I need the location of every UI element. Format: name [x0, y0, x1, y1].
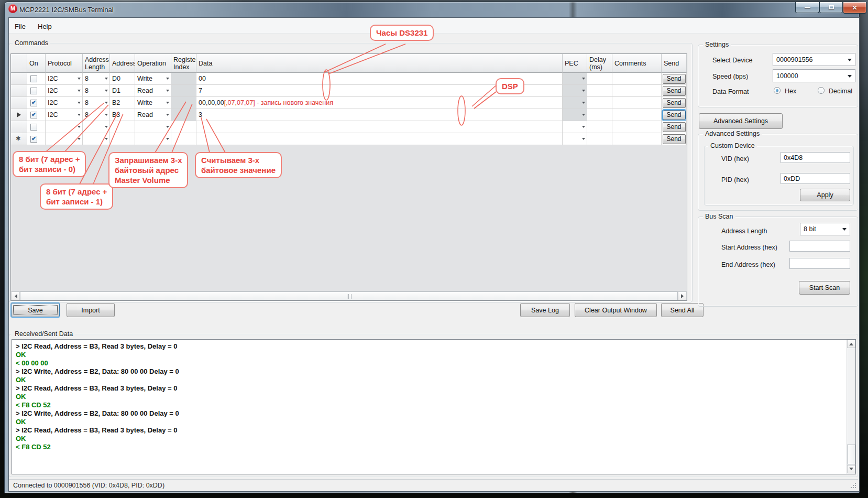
- dropdown-arrow-icon[interactable]: [105, 114, 108, 117]
- dropdown-arrow-icon[interactable]: [166, 90, 169, 93]
- resize-grip-icon[interactable]: [850, 483, 856, 489]
- address-cell[interactable]: D0: [110, 73, 135, 85]
- header-data[interactable]: Data: [196, 54, 563, 73]
- on-checkbox[interactable]: [30, 136, 37, 143]
- operation-cell[interactable]: Write: [135, 73, 171, 85]
- delay-cell[interactable]: [587, 97, 612, 109]
- menu-file[interactable]: File: [15, 23, 26, 30]
- send-button[interactable]: Send: [663, 74, 686, 84]
- save-log-button[interactable]: Save Log: [520, 303, 570, 317]
- delay-cell[interactable]: [587, 109, 612, 121]
- dropdown-arrow-icon[interactable]: [78, 114, 81, 117]
- scroll-right-button[interactable]: [678, 291, 687, 300]
- address-cell[interactable]: [110, 121, 135, 133]
- comments-cell[interactable]: [612, 73, 662, 85]
- on-checkbox[interactable]: [30, 100, 37, 106]
- on-checkbox[interactable]: [30, 124, 37, 131]
- operation-cell[interactable]: Read: [135, 109, 171, 121]
- row-selector[interactable]: [11, 85, 27, 97]
- minimize-button[interactable]: [795, 2, 819, 13]
- dropdown-arrow-icon[interactable]: [582, 90, 585, 93]
- operation-cell[interactable]: Read: [135, 85, 171, 97]
- data-cell[interactable]: 00,00,00[,07,07,07] - запись нового знач…: [196, 97, 563, 109]
- pec-cell[interactable]: [563, 109, 587, 121]
- dropdown-arrow-icon[interactable]: [166, 102, 169, 105]
- scroll-down-button[interactable]: [847, 465, 855, 473]
- header-protocol[interactable]: Protocol: [46, 54, 83, 73]
- address-cell[interactable]: D1: [110, 85, 135, 97]
- decimal-radio[interactable]: [818, 87, 825, 94]
- protocol-cell[interactable]: [46, 133, 83, 145]
- delay-cell[interactable]: [587, 85, 612, 97]
- send-button[interactable]: Send: [663, 134, 686, 144]
- dropdown-arrow-icon[interactable]: [166, 114, 169, 117]
- send-button[interactable]: Send: [663, 110, 686, 120]
- address-cell[interactable]: [110, 133, 135, 145]
- send-button[interactable]: Send: [663, 122, 686, 132]
- dropdown-arrow-icon[interactable]: [78, 102, 81, 105]
- header-on[interactable]: On: [27, 54, 46, 73]
- clear-output-window-button[interactable]: Clear Output Window: [575, 303, 657, 317]
- pid-input[interactable]: [781, 173, 850, 184]
- hex-radio-label[interactable]: Hex: [785, 88, 796, 95]
- scrollbar-thumb[interactable]: [847, 445, 855, 464]
- data-cell[interactable]: [196, 121, 563, 133]
- scrollbar-thumb[interactable]: [20, 291, 678, 300]
- on-checkbox[interactable]: [30, 112, 37, 118]
- operation-cell[interactable]: Write: [135, 97, 171, 109]
- header-address-length[interactable]: Address Length: [83, 54, 110, 73]
- apply-button[interactable]: Apply: [800, 189, 850, 201]
- protocol-cell[interactable]: I2C: [46, 85, 83, 97]
- dropdown-arrow-icon[interactable]: [582, 78, 585, 81]
- select-device-combo[interactable]: 0000901556: [773, 53, 855, 66]
- address-length-cell[interactable]: 8: [83, 85, 110, 97]
- advanced-settings-button[interactable]: Advanced Settings: [699, 113, 783, 129]
- scroll-up-button[interactable]: [847, 340, 855, 348]
- comments-cell[interactable]: [612, 97, 662, 109]
- send-button[interactable]: Send: [663, 86, 686, 96]
- header-pec[interactable]: PEC: [563, 54, 587, 73]
- row-selector[interactable]: [11, 121, 27, 133]
- dropdown-arrow-icon[interactable]: [105, 90, 108, 93]
- pec-cell[interactable]: [563, 133, 587, 145]
- dropdown-arrow-icon[interactable]: [105, 78, 108, 81]
- end-address-input[interactable]: [789, 258, 850, 269]
- protocol-cell[interactable]: [46, 121, 83, 133]
- dropdown-arrow-icon[interactable]: [105, 126, 108, 129]
- row-selector[interactable]: [11, 97, 27, 109]
- comments-cell[interactable]: [612, 133, 662, 145]
- close-button[interactable]: ✕: [843, 2, 866, 14]
- vid-input[interactable]: [781, 152, 850, 163]
- speed-combo[interactable]: 100000: [773, 69, 855, 82]
- address-length-cell[interactable]: 8: [83, 109, 110, 121]
- operation-cell[interactable]: [135, 121, 171, 133]
- dropdown-arrow-icon[interactable]: [105, 138, 108, 142]
- address-cell[interactable]: B3: [110, 109, 135, 121]
- hex-radio[interactable]: [774, 87, 781, 94]
- menu-help[interactable]: Help: [38, 23, 52, 30]
- header-comments[interactable]: Comments: [612, 54, 662, 73]
- maximize-button[interactable]: [819, 2, 843, 13]
- start-address-input[interactable]: [789, 241, 850, 252]
- delay-cell[interactable]: [587, 133, 612, 145]
- pec-cell[interactable]: [563, 121, 587, 133]
- dropdown-arrow-icon[interactable]: [78, 138, 81, 142]
- data-cell[interactable]: [196, 133, 563, 145]
- dropdown-arrow-icon[interactable]: [582, 138, 585, 142]
- row-selector[interactable]: [11, 73, 27, 85]
- comments-cell[interactable]: [612, 109, 662, 121]
- current-row-indicator-icon[interactable]: [11, 109, 27, 121]
- new-row-indicator-icon[interactable]: [11, 133, 27, 145]
- decimal-radio-label[interactable]: Decimal: [829, 88, 852, 95]
- save-button[interactable]: Save: [11, 303, 60, 317]
- pec-cell[interactable]: [563, 85, 587, 97]
- header-register-index[interactable]: Register Index: [171, 54, 196, 73]
- dropdown-arrow-icon[interactable]: [166, 78, 169, 81]
- protocol-cell[interactable]: I2C: [46, 97, 83, 109]
- send-all-button[interactable]: Send All: [661, 303, 704, 317]
- dropdown-arrow-icon[interactable]: [78, 78, 81, 81]
- scroll-left-button[interactable]: [11, 291, 20, 300]
- delay-cell[interactable]: [587, 73, 612, 85]
- log-output[interactable]: > I2C Read, Address = B3, Read 3 bytes, …: [12, 339, 856, 474]
- on-checkbox[interactable]: [30, 88, 37, 94]
